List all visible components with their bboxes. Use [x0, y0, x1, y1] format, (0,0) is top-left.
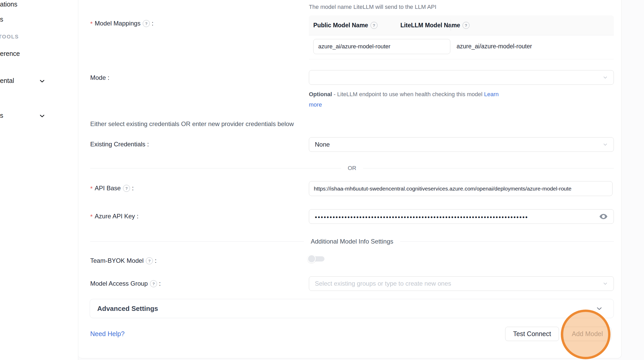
model-mappings-table-header: Public Model Name ? LiteLLM Model Name ?: [309, 15, 614, 35]
required-asterisk: *: [90, 184, 93, 192]
chevron-down-icon[interactable]: [38, 112, 46, 121]
mode-hint: Optional - LiteLLM endpoint to use when …: [309, 89, 499, 110]
learn-more-link[interactable]: Learn: [484, 91, 499, 97]
credentials-note: Either select existing credentials OR en…: [90, 120, 294, 128]
help-icon[interactable]: ?: [150, 280, 157, 287]
mode-label: Mode :: [90, 74, 109, 81]
api-base-label: * API Base ? :: [90, 184, 134, 192]
public-model-name-input[interactable]: [313, 39, 450, 54]
existing-credentials-label: Existing Credentials :: [90, 141, 149, 148]
sidebar-item-experimental[interactable]: ental: [0, 77, 14, 84]
additional-settings-divider-text: Additional Model Info Settings: [311, 238, 393, 245]
api-base-input[interactable]: [309, 181, 613, 196]
table-header-divider: [451, 20, 451, 31]
advanced-settings-panel[interactable]: Advanced Settings: [90, 299, 614, 318]
additional-settings-divider: Additional Model Info Settings: [90, 238, 614, 245]
need-help-link[interactable]: Need Help?: [90, 330, 125, 338]
test-connect-button[interactable]: Test Connect: [505, 327, 559, 341]
add-model-button[interactable]: Add Model: [563, 327, 611, 341]
help-icon[interactable]: ?: [370, 22, 378, 29]
masked-api-key: ••••••••••••••••••••••••••••••••••••••••…: [315, 213, 528, 220]
help-icon[interactable]: ?: [146, 257, 153, 264]
help-icon[interactable]: ?: [123, 185, 130, 192]
add-model-form-screen: ations s TOOLS erence ental s The model …: [0, 0, 644, 360]
team-byok-label: Team-BYOK Model ? :: [90, 257, 157, 264]
or-divider-text: OR: [348, 165, 356, 172]
mode-select[interactable]: [309, 70, 614, 85]
chevron-down-icon[interactable]: [38, 77, 46, 86]
chevron-down-icon: [602, 141, 608, 148]
chevron-down-icon: [602, 74, 608, 81]
sidebar-item-inference[interactable]: erence: [0, 50, 20, 57]
required-asterisk: *: [90, 19, 93, 28]
eye-icon[interactable]: [599, 212, 608, 221]
help-icon[interactable]: ?: [463, 22, 470, 29]
advanced-settings-title: Advanced Settings: [97, 305, 158, 313]
public-model-name-header: Public Model Name ?: [313, 22, 378, 29]
divider-line: [90, 241, 304, 242]
divider-line: [90, 168, 341, 168]
toggle-knob: [307, 254, 316, 263]
existing-credentials-select[interactable]: None: [309, 137, 614, 152]
sidebar-item-models[interactable]: s: [0, 16, 3, 23]
azure-api-key-input[interactable]: ••••••••••••••••••••••••••••••••••••••••…: [309, 209, 614, 224]
litellm-model-name-value: azure_ai/azure-model-router: [457, 43, 532, 50]
divider-line: [363, 168, 614, 168]
model-name-helper-text: The model name LiteLLM will send to the …: [309, 4, 436, 10]
model-access-group-select[interactable]: Select existing groups or type to create…: [309, 276, 614, 291]
or-divider: OR: [90, 165, 614, 172]
sidebar: ations s TOOLS erence ental s: [0, 0, 78, 360]
sidebar-section-tools: TOOLS: [0, 34, 19, 40]
model-mappings-label: * Model Mappings ? :: [90, 19, 153, 28]
model-access-group-label: Model Access Group ? :: [90, 280, 161, 287]
learn-more-link[interactable]: more: [309, 101, 322, 108]
chevron-down-icon: [602, 280, 608, 287]
required-asterisk: *: [90, 212, 93, 220]
divider-line: [400, 241, 614, 242]
team-byok-toggle[interactable]: [307, 254, 324, 263]
chevron-down-icon: [595, 305, 603, 312]
table-row-border: [309, 59, 614, 59]
litellm-model-name-header: LiteLLM Model Name ?: [400, 22, 470, 29]
model-access-group-placeholder: Select existing groups or type to create…: [315, 280, 451, 287]
sidebar-item-settings[interactable]: s: [0, 112, 3, 119]
azure-api-key-label: * Azure API Key :: [90, 212, 139, 220]
sidebar-item-integrations[interactable]: ations: [0, 1, 17, 8]
help-icon[interactable]: ?: [143, 20, 150, 27]
